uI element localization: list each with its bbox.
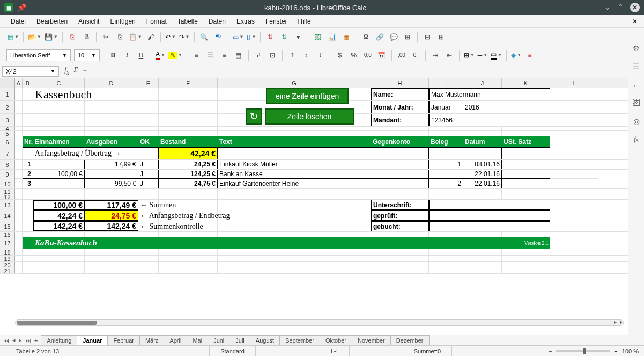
zoom-in-button[interactable]: + — [614, 348, 617, 354]
valign-top-button[interactable]: ⤒ — [286, 49, 299, 62]
zoom-slider[interactable] — [556, 350, 610, 352]
open-button[interactable]: 📂▼ — [27, 33, 42, 41]
print-button[interactable]: 🖶 — [80, 31, 93, 43]
sum-button[interactable]: Σ — [73, 66, 78, 76]
sheet-tab[interactable]: November — [352, 335, 391, 345]
menu-ansicht[interactable]: Ansicht — [74, 17, 103, 26]
bold-button[interactable]: B — [107, 49, 120, 62]
menu-extras[interactable]: Extras — [232, 17, 259, 26]
highlight-color-button[interactable]: ✎▼ — [167, 52, 183, 59]
col-header[interactable]: B — [23, 78, 33, 88]
add-sheet-button[interactable]: + — [34, 337, 38, 344]
font-color-button[interactable]: A▼ — [154, 50, 166, 60]
equals-button[interactable]: = — [82, 66, 87, 76]
sheet-tab[interactable]: März — [139, 335, 164, 345]
sidebar-settings-icon[interactable]: ⚙ — [631, 43, 642, 54]
col-header[interactable]: F — [159, 78, 218, 88]
col-header[interactable]: J — [463, 78, 502, 88]
grid-row[interactable]: 18 — [0, 249, 628, 256]
menu-hilfe[interactable]: Hilfe — [294, 17, 315, 26]
function-wizard-button[interactable]: fx — [64, 66, 69, 76]
wrap-button[interactable]: ↲ — [252, 49, 265, 62]
grid-row[interactable]: 21 — [0, 268, 628, 274]
valign-mid-button[interactable]: ↕ — [300, 49, 313, 62]
decrease-indent-button[interactable]: ⇤ — [443, 49, 456, 62]
autofilter-button[interactable]: ▾ — [292, 31, 305, 43]
sheet-tab[interactable]: Februar — [107, 335, 140, 345]
menu-bearbeiten[interactable]: Bearbeiten — [32, 17, 72, 26]
italic-button[interactable]: I — [121, 49, 134, 62]
row-header[interactable]: 10 — [0, 179, 15, 188]
row-header[interactable]: 7 — [0, 148, 15, 159]
border-color-button[interactable]: ▭▼ — [490, 50, 503, 60]
table-row[interactable]: 9 2 100,00 € J 124,25 € Bank an Kasse 22… — [0, 170, 628, 179]
col-header[interactable]: C — [33, 78, 85, 88]
save-button[interactable]: 💾▼ — [43, 33, 59, 41]
insert-image-button[interactable]: 🖼 — [312, 31, 324, 43]
close-button[interactable]: ✕ — [630, 3, 640, 12]
row-header[interactable]: 15 — [0, 221, 15, 231]
menu-fenster[interactable]: Fenster — [261, 17, 292, 26]
grid-row[interactable]: 4 — [0, 127, 628, 131]
grid-row[interactable]: 6 Nr. Einnahmen Ausgaben OK Bestand Text… — [0, 136, 628, 148]
font-name-combo[interactable]: Liberation Serif▼ — [6, 49, 71, 61]
align-justify-button[interactable]: ▤ — [232, 49, 245, 62]
headers-button[interactable]: ⊞ — [401, 31, 414, 43]
clone-format-button[interactable]: 🖌 — [144, 31, 157, 43]
copy-button[interactable]: ⎘ — [114, 31, 127, 43]
spellcheck-button[interactable]: ᴬᵇ — [212, 31, 225, 43]
export-pdf-button[interactable]: ⎘ — [66, 31, 79, 43]
increase-indent-button[interactable]: ⇥ — [429, 49, 442, 62]
navigator-icon[interactable]: ◎ — [631, 116, 642, 127]
valign-bot-button[interactable]: ⤓ — [314, 49, 327, 62]
font-size-combo[interactable]: 10▼ — [74, 49, 100, 61]
find-button[interactable]: 🔍 — [198, 31, 211, 43]
column-button[interactable]: ▯▼ — [246, 33, 257, 41]
new-doc-button[interactable]: ▦▼ — [6, 33, 20, 41]
refresh-button[interactable]: ↻ — [246, 108, 262, 125]
sort-asc-button[interactable]: ⇅ — [264, 31, 277, 43]
row-header[interactable]: 13 — [0, 200, 15, 210]
freeze-button[interactable]: ⊟ — [421, 31, 434, 43]
cell-reference-box[interactable]: X42▼ — [2, 66, 59, 77]
table-row[interactable]: 8 1 17,99 € J 24,25 € Einkauf Kiosk Müll… — [0, 160, 628, 170]
grid-row[interactable]: 15 142,24 € 142,24 € ← Summenkontrolle g… — [0, 221, 628, 232]
number-button[interactable]: 0,0 — [361, 49, 374, 62]
align-left-button[interactable]: ≡ — [190, 49, 203, 62]
menu-daten[interactable]: Daten — [204, 17, 230, 26]
sheet-tab[interactable]: Juni — [208, 335, 230, 345]
scrollbar-thumb[interactable] — [17, 321, 97, 325]
row-header[interactable]: 8 — [0, 160, 15, 169]
delete-row-button[interactable]: Zeile löschen — [265, 108, 354, 125]
grid-row[interactable]: 16 — [0, 232, 628, 237]
column-headers[interactable]: A B C D E F G H I J K L — [0, 78, 628, 88]
border-style-button[interactable]: ─▼ — [477, 52, 488, 59]
borders-button[interactable]: ⊞▼ — [463, 52, 476, 59]
zoom-level[interactable]: 100 % — [622, 348, 639, 354]
special-char-button[interactable]: Ω — [359, 31, 372, 43]
align-center-button[interactable]: ☰ — [204, 49, 217, 62]
minimize-button[interactable]: ⌄ — [604, 3, 611, 12]
row-header[interactable]: 21 — [0, 268, 15, 273]
row-header[interactable]: 19 — [0, 256, 15, 261]
tabs-first-icon[interactable]: ⏮ — [3, 337, 9, 344]
col-header[interactable]: H — [371, 78, 429, 88]
grid-row[interactable]: 7 Anfangsbetrag / Übertrag → 42,24 € — [0, 148, 628, 160]
grid-row[interactable]: 17 KaBu-Kassenbuch Version 2.1 — [0, 237, 628, 249]
cut-button[interactable]: ✂ — [100, 31, 113, 43]
redo-button[interactable]: ↷▼ — [178, 33, 191, 41]
tabs-next-icon[interactable]: ▸ — [19, 337, 22, 344]
tabs-last-icon[interactable]: ⏭ — [25, 337, 31, 344]
currency-button[interactable]: $ — [334, 49, 346, 62]
sheet-tab[interactable]: Juli — [230, 335, 250, 345]
menu-einfuegen[interactable]: Einfügen — [106, 17, 139, 26]
menu-datei[interactable]: Datei — [6, 17, 30, 26]
grid-row[interactable]: 20 — [0, 262, 628, 268]
sort-desc-button[interactable]: ⇅ — [278, 31, 291, 43]
bg-color-button[interactable]: ◆▼ — [510, 52, 522, 59]
horizontal-scrollbar[interactable]: ▸⏵ — [15, 319, 624, 326]
maximize-button[interactable]: ⌃ — [617, 3, 624, 12]
sheet-tab[interactable]: Dezember — [390, 335, 430, 345]
align-right-button[interactable]: ≡ — [218, 49, 231, 62]
styles-icon[interactable]: ⌐ — [631, 79, 642, 90]
